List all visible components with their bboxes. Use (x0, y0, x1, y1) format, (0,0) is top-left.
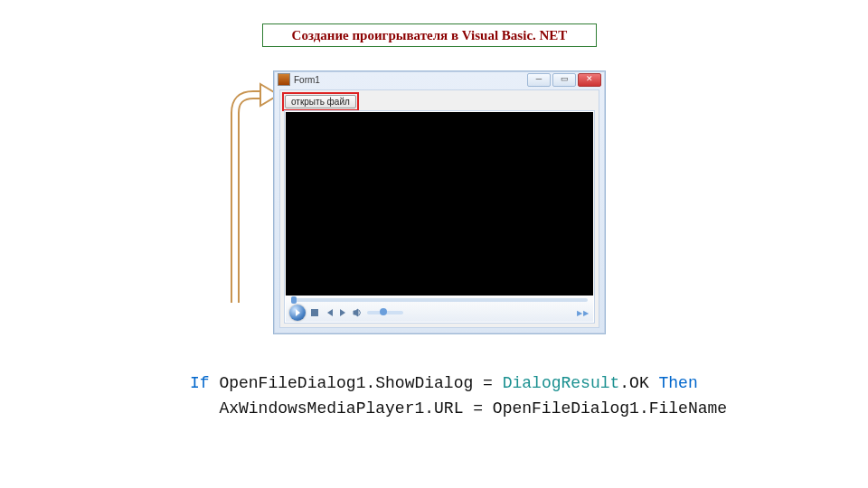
code-snippet: If OpenFileDialog1.ShowDialog = DialogRe… (190, 371, 727, 421)
seek-bar[interactable] (291, 298, 588, 302)
svg-rect-0 (311, 309, 318, 316)
seek-thumb[interactable] (291, 296, 297, 304)
slide-title: Создание проигрывателя в Visual Basic. N… (262, 23, 597, 47)
video-area (286, 112, 593, 296)
minimize-button[interactable]: ─ (527, 73, 551, 87)
client-area: открыть файл ▶▶ (279, 89, 599, 328)
open-file-highlight: открыть файл (282, 92, 359, 111)
code-keyword-if: If (190, 374, 210, 392)
next-icon[interactable] (338, 307, 349, 318)
volume-icon[interactable] (353, 307, 363, 318)
volume-thumb[interactable] (380, 308, 387, 315)
play-button[interactable] (289, 305, 306, 321)
player-controls: ▶▶ (286, 296, 593, 322)
titlebar[interactable]: Form1 ─ ▭ ✕ (274, 71, 605, 88)
app-icon (278, 73, 290, 86)
media-player: ▶▶ (284, 110, 595, 324)
code-class-1: DialogResult (503, 374, 620, 392)
code-keyword-then: Then (659, 374, 698, 392)
code-text-1: OpenFileDialog1.ShowDialog = (210, 374, 503, 392)
code-text-2: .OK (619, 374, 658, 392)
pointer-arrow-icon (208, 77, 280, 303)
open-file-button[interactable]: открыть файл (285, 95, 356, 108)
app-window: Form1 ─ ▭ ✕ открыть файл (273, 70, 606, 334)
prev-icon[interactable] (324, 307, 335, 318)
close-button[interactable]: ✕ (578, 73, 601, 87)
stop-icon[interactable] (309, 307, 320, 318)
window-title: Form1 (294, 75, 527, 85)
player-status: ▶▶ (577, 309, 590, 317)
code-line-2: AxWindowsMediaPlayer1.URL = OpenFileDial… (190, 399, 727, 418)
maximize-button[interactable]: ▭ (552, 73, 576, 87)
volume-slider[interactable] (367, 311, 403, 314)
